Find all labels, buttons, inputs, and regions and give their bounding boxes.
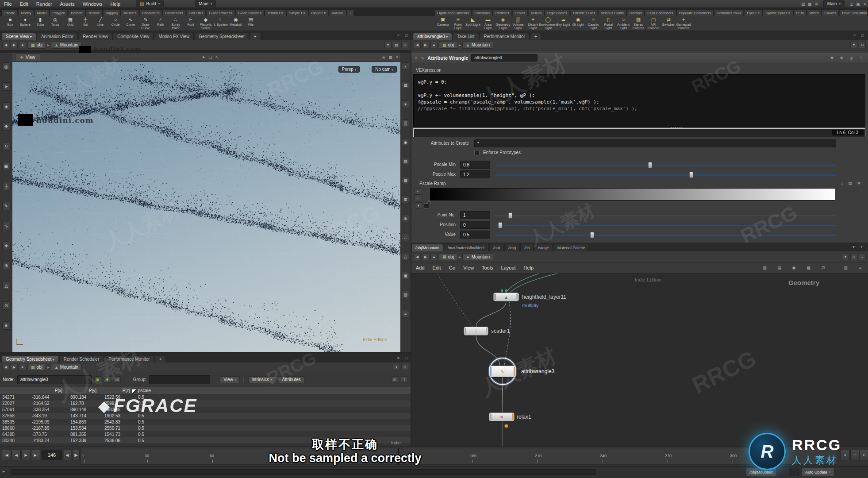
- group-field[interactable]: [149, 375, 210, 384]
- shelf-tool[interactable]: ◯ Environment Light: [541, 17, 556, 31]
- shelf-tab[interactable]: Particles: [493, 10, 512, 16]
- transport-button[interactable]: ◀: [12, 450, 21, 460]
- frame-step-button[interactable]: |▶: [72, 450, 80, 460]
- pane-tab[interactable]: Performance Monitor: [104, 355, 154, 362]
- pane-tab[interactable]: Render View: [78, 33, 112, 40]
- shelf-tab[interactable]: Characters: [139, 10, 162, 16]
- menu-item[interactable]: File: [0, 1, 16, 7]
- pane-tab[interactable]: Performance Monitor: [480, 33, 530, 40]
- network-menu-item[interactable]: View: [463, 265, 474, 270]
- shelf-tab[interactable]: +: [347, 10, 354, 16]
- table-row[interactable]: 57061 -338.354 890.148 1983.45 0.5: [0, 407, 411, 413]
- forward-icon[interactable]: ▶: [422, 254, 429, 260]
- shelf-tool[interactable]: ◈ Geometry Light: [495, 17, 511, 31]
- column-header[interactable]: pscale: [136, 387, 170, 394]
- shelf-tab[interactable]: Muscles: [121, 10, 139, 16]
- shelf-tool[interactable]: ○ Ambient Light: [616, 17, 631, 31]
- network-options-icon[interactable]: ≡: [857, 265, 864, 271]
- pane-tab[interactable]: Scene View: [1, 33, 36, 40]
- display-options-icon[interactable]: ≡: [402, 310, 409, 317]
- shelf-tab[interactable]: Deform: [68, 10, 85, 16]
- path-dropdown-icon[interactable]: ▾: [842, 254, 849, 260]
- ramp-point-no-field[interactable]: 1: [460, 211, 490, 219]
- network-snapshot-icon[interactable]: ▧: [761, 265, 768, 271]
- path-segment-obj[interactable]: ▦obj: [27, 42, 46, 49]
- shelf-tab[interactable]: Guide Brushes: [235, 10, 264, 16]
- network-path-tab[interactable]: /out: [489, 244, 504, 251]
- transport-button[interactable]: ▶|: [31, 450, 40, 460]
- scene-selector[interactable]: Main▾: [195, 0, 216, 7]
- pscale-max-field[interactable]: 1.2: [460, 170, 490, 178]
- shelf-tab[interactable]: Fluid Containers: [645, 10, 676, 16]
- back-icon[interactable]: ◀: [2, 42, 9, 48]
- node-heightfield-layer[interactable]: ▲: [493, 293, 519, 301]
- pane-maximize-icon[interactable]: □: [403, 32, 410, 39]
- node-scatter[interactable]: ∴: [464, 327, 488, 335]
- prims-toggle-icon[interactable]: ▤: [114, 376, 121, 383]
- shelf-tool[interactable]: ▮ Tube: [33, 17, 48, 31]
- shelf-tab[interactable]: FEM: [794, 10, 807, 16]
- shelf-tool[interactable]: ☁ Sky Light: [556, 17, 571, 31]
- shelf-tab[interactable]: Cloud FX: [309, 10, 329, 16]
- pin-icon[interactable]: ⊙: [401, 42, 408, 48]
- pane-tab[interactable]: attribwrangle3: [413, 33, 452, 40]
- path-dropdown-icon[interactable]: ▾: [393, 364, 400, 370]
- path-segment-mountain[interactable]: ▲Mountain: [462, 42, 493, 49]
- current-frame-field[interactable]: 146: [42, 450, 62, 460]
- shelf-tool[interactable]: ┼ Null: [78, 17, 93, 31]
- shelf-tool[interactable]: + Gamepad Camera: [676, 17, 691, 31]
- ramp-flat-checkbox[interactable]: [424, 203, 429, 208]
- shelf-tool[interactable]: ▣ Camera: [435, 17, 450, 31]
- shelf-tool[interactable]: ≈ Caustic Light: [586, 17, 601, 31]
- path-dropdown-icon[interactable]: ▾: [850, 42, 857, 48]
- transport-button[interactable]: |◀: [2, 450, 11, 460]
- node-relax[interactable]: ✕: [489, 412, 515, 421]
- shelf-tab[interactable]: Volume: [329, 10, 346, 16]
- select-geometry-icon[interactable]: ◈: [2, 102, 11, 111]
- network-list-icon[interactable]: ▤: [776, 265, 783, 271]
- select-tool-icon[interactable]: ➤: [2, 82, 11, 91]
- window-menu-icon[interactable]: ≡: [861, 1, 868, 7]
- view-tool-icon[interactable]: ◎: [2, 62, 11, 71]
- translate-tool-icon[interactable]: ✥: [2, 122, 11, 131]
- network-menu-item[interactable]: Help: [524, 265, 534, 270]
- network-menu-icon[interactable]: ≡: [859, 254, 866, 260]
- shelf-tool[interactable]: ⇄ Switcher: [661, 17, 676, 31]
- shelf-tab[interactable]: Container Tools: [714, 10, 744, 16]
- path-segment-mountain[interactable]: ▲Mountain: [51, 42, 82, 49]
- up-icon[interactable]: ▲: [430, 42, 438, 48]
- stow-icon[interactable]: ⊞: [813, 1, 820, 7]
- shelf-tool[interactable]: ◎ Torus: [48, 17, 63, 31]
- menu-item[interactable]: Help: [106, 1, 124, 7]
- shelf-tool[interactable]: ▒ Volume Light: [511, 17, 526, 31]
- snap-tool-icon[interactable]: ⊕: [2, 262, 11, 270]
- desktop-selector[interactable]: ▤ Build▾: [136, 0, 164, 7]
- viewport[interactable]: Persp ▾ No cam ▾ Indie Edition: [12, 62, 400, 352]
- shelf-tab[interactable]: Grains: [512, 10, 528, 16]
- normals-icon[interactable]: △: [402, 253, 409, 260]
- measure-tool-icon[interactable]: △: [2, 281, 11, 290]
- shelf-tool[interactable]: ✳ Point Light: [450, 17, 465, 31]
- shelf-tab[interactable]: Collisions: [472, 10, 492, 16]
- shelf-tool[interactable]: ◣ Spot Light: [465, 17, 480, 31]
- pane-tab[interactable]: +: [155, 355, 166, 362]
- shelf-tab[interactable]: Polygon: [50, 10, 68, 16]
- edit-tool-icon[interactable]: ✎: [2, 202, 11, 210]
- timeline-ruler[interactable]: 1306090120150180210240270300: [81, 448, 838, 465]
- table-row[interactable]: 37658 -343.19 143.714 1902.53 0.5: [0, 413, 411, 419]
- shelf-tab[interactable]: Populate Containers: [676, 10, 714, 16]
- shelf-tab[interactable]: Constraints: [162, 10, 185, 16]
- projection-dropdown[interactable]: Persp ▾: [338, 66, 360, 73]
- network-menu-item[interactable]: Layout: [501, 265, 516, 270]
- up-icon[interactable]: ▲: [430, 254, 438, 260]
- shelf-tab[interactable]: Lights and Cameras: [434, 10, 472, 16]
- network-path-tab[interactable]: /img: [504, 244, 520, 251]
- rotate-tool-icon[interactable]: ↻: [2, 142, 11, 150]
- timeline-options-icon[interactable]: ≡: [841, 450, 850, 460]
- ramp-value-field[interactable]: 0.5: [460, 231, 490, 239]
- gear-icon[interactable]: ✲: [838, 55, 845, 61]
- node-label[interactable]: heightfield_layer11: [522, 294, 566, 300]
- network-palette-icon[interactable]: ▥: [842, 265, 849, 271]
- layout-grid-icon[interactable]: ▥: [800, 1, 807, 7]
- shelf-tool[interactable]: ∴ Spray Paint: [168, 17, 183, 31]
